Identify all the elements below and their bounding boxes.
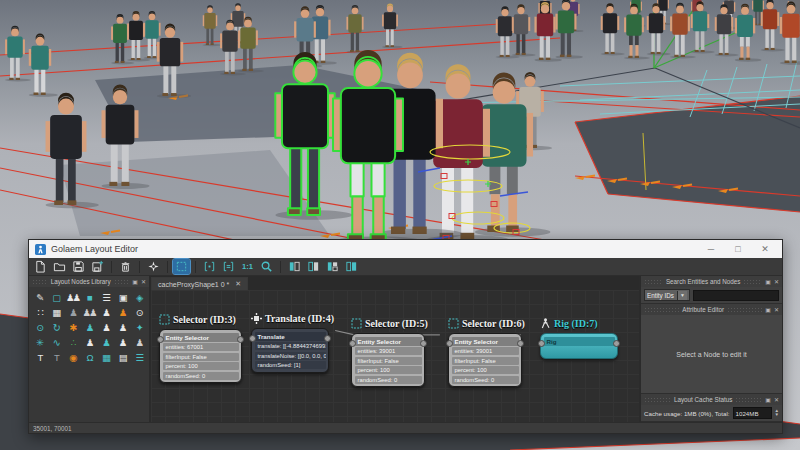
node-node-icon[interactable]: ▣ [119,293,126,303]
open-file-button[interactable] [51,259,68,274]
mirror-entity-node-icon[interactable]: ♟ [135,338,142,348]
graph-node-selector-id-5[interactable]: Selector (ID:5)Entity Selectorentities: … [351,333,425,387]
paint-selector-node-icon[interactable]: ✎ [36,293,42,303]
search-input[interactable] [693,290,779,301]
tab-cacheproxyshape[interactable]: cacheProxyShape1 0 * ✕ [151,277,248,290]
open-file-icon [53,260,66,273]
close-panel-icon[interactable]: ✕ [774,397,779,403]
cache-total-field[interactable]: 1024MB [733,407,772,419]
cache-total-spinner[interactable]: ▲ ▼ [775,409,779,417]
frame-selection-button[interactable] [201,259,218,274]
translate-entity-node-icon[interactable]: ♟ [86,338,93,348]
duplicate-node-icon[interactable]: ♟ [69,308,76,318]
plane-node-icon[interactable]: ▤ [119,353,126,363]
list-node-icon[interactable]: ☰ [102,293,109,303]
app-icon [35,244,46,255]
vegetation-node-icon[interactable]: ∴ [70,338,74,348]
node-body[interactable]: Entity Selectorentities: 39001filterInpu… [351,333,425,387]
close-button[interactable]: ✕ [754,240,776,258]
graph-node-selector-id-6[interactable]: Selector (ID:6)Entity Selectorentities: … [448,333,522,387]
entities-node-icon[interactable]: ♟♟ [82,308,95,318]
panel-layout-search-button[interactable] [305,259,322,274]
output-socket[interactable] [420,340,427,347]
close-panel-icon[interactable]: ✕ [774,279,779,285]
scale-entity-node-icon[interactable]: ♟ [102,338,109,348]
graph-node-selector-id-3[interactable]: Selector (ID:3)Entity Selectorentities: … [159,329,242,383]
posture-node-icon[interactable]: ✱ [69,323,75,333]
input-socket[interactable] [249,335,256,342]
close-panel-icon[interactable]: ✕ [774,307,779,313]
kill-node-icon[interactable]: ♟ [119,308,126,318]
input-socket[interactable] [157,336,164,343]
output-socket[interactable] [324,335,331,342]
float-panel-icon[interactable]: ▣ [765,397,771,403]
node-body[interactable]: Rig [540,333,618,359]
screen: Golaem Layout Editor ─ □ ✕ 1:1 Layout No… [0,0,800,450]
walk-node-icon[interactable]: ♟ [102,323,109,333]
settings-button[interactable] [145,259,162,274]
minimize-button[interactable]: ─ [700,240,722,258]
folder-node-icon[interactable]: ■ [87,293,91,303]
grid-node-icon[interactable]: ▦ [52,308,59,318]
input-socket[interactable] [446,340,453,347]
selector-node-icon[interactable]: ▢ [52,293,59,303]
input-socket[interactable] [538,340,545,347]
loop-node-icon[interactable]: ↻ [53,323,59,333]
float-panel-icon[interactable]: ▣ [132,279,138,285]
scatter-node-icon[interactable]: ∷ [37,308,41,318]
new-file-button[interactable] [32,259,49,274]
time-node-icon[interactable]: ⊙ [136,308,142,318]
delete-node-button[interactable] [117,259,134,274]
select-tool-button[interactable] [173,259,190,274]
tab-close-icon[interactable]: ✕ [235,280,241,288]
pose-star-node-icon[interactable]: ♟ [119,323,126,333]
library-panel-title: Layout Nodes Library [51,278,111,285]
time-offset-node-icon[interactable]: ⊙ [36,323,42,333]
group-node-icon[interactable]: ♟♟ [66,293,79,303]
header-texture [735,397,762,402]
node-graph-canvas[interactable]: Selector (ID:3)Entity Selectorentities: … [151,290,639,422]
input-socket[interactable] [349,340,356,347]
frame-all-button[interactable] [220,259,237,274]
zoom-one-to-one-button[interactable]: 1:1 [239,259,256,274]
entity-node-icon[interactable]: ♟ [102,308,109,318]
close-panel-icon[interactable]: ✕ [141,279,146,285]
output-socket[interactable] [237,336,244,343]
snap-node-icon[interactable]: ✦ [136,323,142,333]
stack-node-icon[interactable]: ☰ [135,353,142,363]
panel-layout-library-button[interactable] [286,259,303,274]
tab-label: cacheProxyShape1 0 * [158,281,229,288]
node-body[interactable]: Entity Selectorentities: 39001filterInpu… [448,333,522,387]
output-socket[interactable] [517,340,524,347]
save-file-button[interactable] [70,259,87,274]
shader-node-icon[interactable]: T [37,353,41,363]
panel-layout-attributes-button[interactable] [324,259,341,274]
diamond-node-icon[interactable]: ◈ [136,293,141,303]
maximize-button[interactable]: □ [727,240,749,258]
cloth-node-icon[interactable]: T [54,353,58,363]
blend-node-icon[interactable]: ✳ [36,338,42,348]
curve-node-icon[interactable]: ∿ [53,338,59,348]
output-socket[interactable] [613,340,620,347]
spin-down-icon[interactable]: ▼ [775,413,779,417]
node-body[interactable]: Entity Selectorentities: 67001filterInpu… [159,329,242,383]
panel-layout-cache-button[interactable] [343,259,360,274]
wheel-node-icon[interactable]: ◉ [69,353,75,363]
entity-filter-dropdown[interactable]: Entity IDs ▼ [644,289,690,301]
rig-node-icon[interactable]: ♟ [86,323,93,333]
graph-node-rig-id-7[interactable]: Rig (ID:7)Rig [540,333,618,359]
zoom-tool-button[interactable] [258,259,275,274]
node-property: entities: 39001 [355,347,422,355]
attach-node-icon[interactable]: Ω [86,353,91,363]
float-panel-icon[interactable]: ▣ [765,279,771,285]
node-body[interactable]: Translatetranslate: [[-4.88443746991tran… [251,328,329,373]
attribute-editor-body: Select a Node to edit it [641,315,782,393]
rotate-entity-node-icon[interactable]: ♟ [119,338,126,348]
window-titlebar[interactable]: Golaem Layout Editor ─ □ ✕ [29,240,782,258]
graph-node-translate-id-4[interactable]: Translate (ID:4)Translatetranslate: [[-4… [251,328,329,373]
header-texture [32,279,48,284]
terrain-node-icon[interactable]: ▦ [102,353,109,363]
save-file-as-button[interactable] [89,259,106,274]
float-panel-icon[interactable]: ▣ [765,307,771,313]
node-title: Translate (ID:4) [251,313,334,324]
